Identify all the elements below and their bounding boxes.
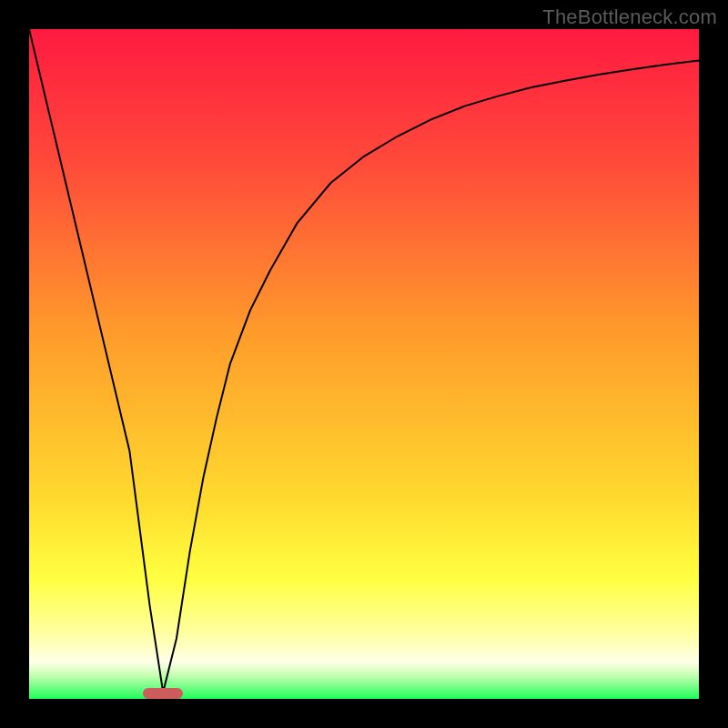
plot-area bbox=[29, 29, 699, 699]
bottleneck-curve bbox=[29, 29, 699, 699]
optimum-marker bbox=[143, 688, 183, 699]
watermark-text: TheBottleneck.com bbox=[542, 5, 717, 29]
chart-frame: TheBottleneck.com bbox=[0, 0, 728, 728]
